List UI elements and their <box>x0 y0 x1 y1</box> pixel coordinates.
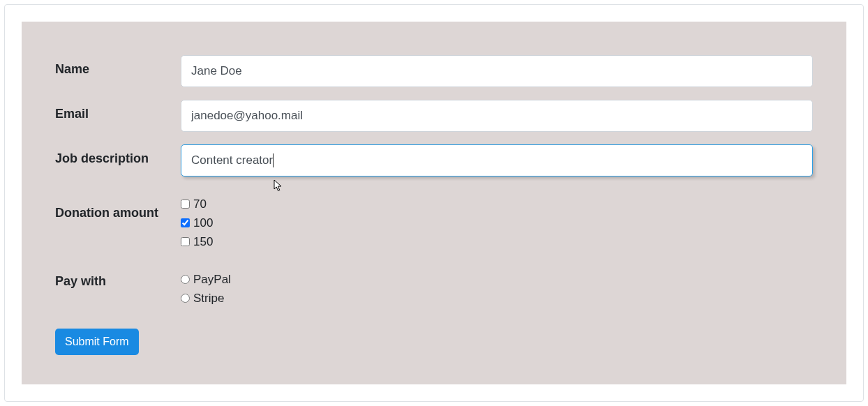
input-col-job: Content creator <box>181 144 813 176</box>
input-col-name <box>181 55 813 87</box>
pay-option-stripe: Stripe <box>181 289 813 308</box>
donation-checkbox-100[interactable] <box>181 218 190 227</box>
donation-option-label: 150 <box>193 232 213 251</box>
donation-options: 70 100 150 <box>181 195 813 252</box>
paywith-options: PayPal Stripe <box>181 270 813 308</box>
pay-radio-stripe[interactable] <box>181 294 190 303</box>
submit-button[interactable]: Submit Form <box>55 329 139 355</box>
donation-option-70: 70 <box>181 195 813 213</box>
label-email: Email <box>55 100 181 121</box>
row-email: Email <box>55 100 813 132</box>
label-donation: Donation amount <box>55 195 181 220</box>
pay-radio-paypal[interactable] <box>181 275 190 284</box>
job-input[interactable]: Content creator <box>181 144 813 176</box>
donation-checkbox-70[interactable] <box>181 200 190 209</box>
row-name: Name <box>55 55 813 87</box>
donation-checkbox-150[interactable] <box>181 237 190 246</box>
cursor-arrow-icon <box>274 179 283 193</box>
job-input-text: Content creator <box>191 153 274 167</box>
row-donation: Donation amount 70 100 150 <box>55 195 813 252</box>
donation-option-label: 70 <box>193 195 207 213</box>
pay-option-paypal: PayPal <box>181 270 813 289</box>
label-name: Name <box>55 55 181 77</box>
row-paywith: Pay with PayPal Stripe <box>55 270 813 308</box>
card-container: Name Email Job description Content creat… <box>4 4 864 402</box>
label-paywith: Pay with <box>55 270 181 289</box>
pay-option-label: Stripe <box>193 289 224 308</box>
label-job: Job description <box>55 144 181 166</box>
name-input[interactable] <box>181 55 813 87</box>
form-panel: Name Email Job description Content creat… <box>22 22 846 384</box>
email-input[interactable] <box>181 100 813 132</box>
pay-option-label: PayPal <box>193 270 231 289</box>
input-col-email <box>181 100 813 132</box>
row-job: Job description Content creator <box>55 144 813 176</box>
donation-option-150: 150 <box>181 232 813 251</box>
donation-option-label: 100 <box>193 213 213 232</box>
donation-option-100: 100 <box>181 213 813 232</box>
